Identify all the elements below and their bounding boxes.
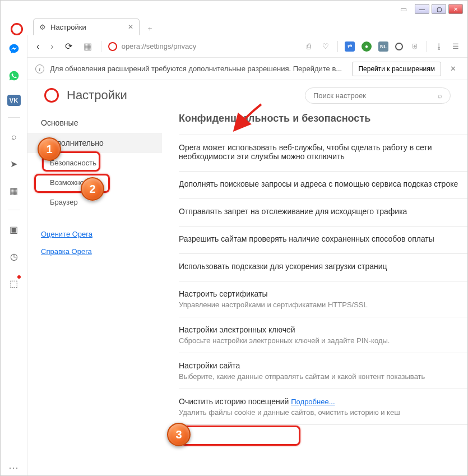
setting-row-page-prefetch[interactable]: Использовать подсказки для ускорения заг… <box>179 253 467 281</box>
page-title: Настройки <box>67 88 305 103</box>
window-titlebar: ▭ — ▢ ✕ <box>1 1 467 16</box>
address-bar[interactable]: opera://settings/privacy <box>108 42 297 51</box>
tab-overview-icon[interactable]: ▭ <box>398 4 409 14</box>
settings-main: Конфиденциальность и безопасность Opera … <box>162 101 467 475</box>
annotation-badge-3: 3 <box>167 423 191 446</box>
notification-text: Для обновления расширений требуются допо… <box>50 64 346 73</box>
annotation-badge-2: 2 <box>81 177 104 201</box>
new-tab-button[interactable]: ＋ <box>143 22 156 35</box>
snapshot-icon[interactable]: ⎙ <box>304 41 314 52</box>
section-heading: Конфиденциальность и безопасность <box>179 113 467 124</box>
news-icon[interactable]: ▣ <box>6 221 22 237</box>
messenger-icon[interactable] <box>6 41 22 57</box>
speed-dial-sidebar-icon[interactable]: ▦ <box>6 183 22 198</box>
search-input[interactable] <box>313 91 438 100</box>
left-sidebar: VK ⌕ ➤ ▦ ▣ ◷ ⬚ ⋯ <box>1 35 27 475</box>
opera-menu-button[interactable] <box>11 23 23 35</box>
window-maximize-button[interactable]: ▢ <box>432 4 446 14</box>
opera-icon <box>108 42 117 51</box>
nav-link-help: Справка Opera <box>27 243 162 260</box>
setting-row-payment-check[interactable]: Разрешить сайтам проверять наличие сохра… <box>179 226 467 253</box>
downloads-icon[interactable]: ⭳ <box>434 41 444 52</box>
annotation-badge-1: 1 <box>38 137 61 161</box>
setting-row-clear-history[interactable]: Очистить историю посещений Подробнее... … <box>179 389 467 425</box>
reload-button[interactable]: ⟳ <box>63 41 75 52</box>
nav-forward-button[interactable]: › <box>48 41 55 52</box>
extension-block-icon[interactable]: ● <box>362 41 372 52</box>
setting-row-dnt[interactable]: Отправлять запрет на отслеживание для ис… <box>179 198 467 226</box>
info-icon: i <box>35 64 44 73</box>
notification-bar: i Для обновления расширений требуются до… <box>27 58 467 80</box>
setting-row-search-suggestions[interactable]: Дополнять поисковые запросы и адреса с п… <box>179 171 467 198</box>
vk-icon[interactable]: VK <box>7 95 21 106</box>
setting-row-webservices[interactable]: Opera может использовать веб-службы, что… <box>179 135 467 171</box>
setting-row-site-settings[interactable]: Настройки сайта Выберите, какие данные о… <box>179 353 467 389</box>
whatsapp-icon[interactable] <box>6 68 22 84</box>
history-sidebar-icon[interactable]: ◷ <box>6 248 22 264</box>
close-icon[interactable]: ✕ <box>447 64 460 73</box>
go-to-extensions-button[interactable]: Перейти к расширениям <box>352 62 441 76</box>
tab-title: Настройки <box>50 23 123 31</box>
extension-nl-icon[interactable]: NL <box>378 41 388 52</box>
bookmark-icon[interactable]: ♡ <box>321 41 331 52</box>
extensions-sidebar-icon[interactable]: ⬚ <box>6 275 22 291</box>
nav-link-rate: Оцените Opera <box>27 225 162 243</box>
setting-row-certificates[interactable]: Настроить сертификаты Управление настрой… <box>179 281 467 317</box>
sidebar-more-icon[interactable]: ⋯ <box>6 460 22 475</box>
annotation-ring-3 <box>180 426 300 446</box>
shield-icon[interactable]: ⛨ <box>410 41 420 52</box>
nav-item-basic[interactable]: Основные <box>27 113 162 133</box>
nav-back-button[interactable]: ‹ <box>34 41 41 52</box>
search-icon[interactable]: ⌕ <box>6 129 22 145</box>
annotation-arrow <box>228 101 267 135</box>
send-icon[interactable]: ➤ <box>6 156 22 172</box>
opera-logo-icon <box>44 88 59 103</box>
setting-row-security-keys[interactable]: Настройки электронных ключей Сбросьте на… <box>179 317 467 353</box>
learn-more-link[interactable]: Подробнее... <box>291 398 335 406</box>
url-text: opera://settings/privacy <box>122 42 197 50</box>
speed-dial-button[interactable]: ▦ <box>81 41 94 52</box>
extension-translate-icon[interactable]: ⇄ <box>345 41 355 52</box>
browser-tab[interactable]: ⚙ Настройки ✕ <box>33 19 140 35</box>
search-icon: ⌕ <box>438 91 442 100</box>
extension-circle-icon[interactable] <box>395 43 403 50</box>
easy-setup-icon[interactable]: ☰ <box>451 41 461 52</box>
gear-icon: ⚙ <box>39 23 46 31</box>
close-icon[interactable]: ✕ <box>128 23 133 31</box>
window-minimize-button[interactable]: — <box>415 4 429 14</box>
window-close-button[interactable]: ✕ <box>448 4 463 14</box>
